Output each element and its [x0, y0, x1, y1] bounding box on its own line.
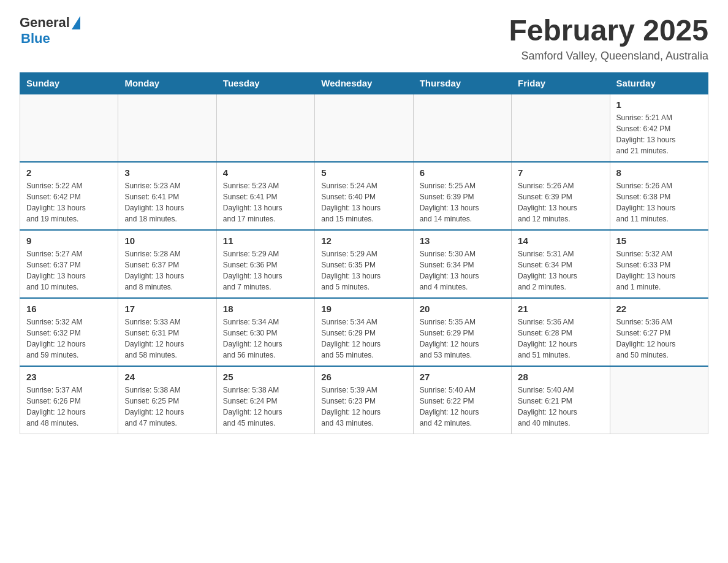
day-number: 28	[518, 372, 603, 382]
table-cell: 8Sunrise: 5:26 AM Sunset: 6:38 PM Daylig…	[610, 162, 708, 230]
day-number: 2	[26, 167, 112, 178]
day-info: Sunrise: 5:30 AM Sunset: 6:34 PM Dayligh…	[420, 248, 505, 293]
day-info: Sunrise: 5:29 AM Sunset: 6:36 PM Dayligh…	[223, 248, 308, 293]
day-number: 4	[223, 167, 308, 178]
day-number: 17	[124, 304, 210, 314]
page-header: General Blue February 2025 Samford Valle…	[20, 15, 708, 63]
table-cell	[315, 94, 413, 162]
day-info: Sunrise: 5:40 AM Sunset: 6:21 PM Dayligh…	[518, 385, 603, 429]
table-cell: 5Sunrise: 5:24 AM Sunset: 6:40 PM Daylig…	[315, 162, 413, 230]
day-info: Sunrise: 5:37 AM Sunset: 6:26 PM Dayligh…	[26, 385, 112, 429]
logo: General Blue	[20, 15, 80, 47]
table-cell: 18Sunrise: 5:34 AM Sunset: 6:30 PM Dayli…	[216, 298, 314, 366]
day-info: Sunrise: 5:40 AM Sunset: 6:22 PM Dayligh…	[420, 385, 505, 429]
day-info: Sunrise: 5:22 AM Sunset: 6:42 PM Dayligh…	[26, 180, 112, 224]
table-cell: 16Sunrise: 5:32 AM Sunset: 6:32 PM Dayli…	[20, 298, 118, 366]
table-cell: 27Sunrise: 5:40 AM Sunset: 6:22 PM Dayli…	[413, 366, 511, 434]
col-sunday: Sunday	[20, 72, 118, 94]
day-info: Sunrise: 5:34 AM Sunset: 6:29 PM Dayligh…	[321, 316, 406, 361]
day-number: 25	[223, 372, 308, 382]
table-cell: 2Sunrise: 5:22 AM Sunset: 6:42 PM Daylig…	[20, 162, 118, 230]
table-cell: 26Sunrise: 5:39 AM Sunset: 6:23 PM Dayli…	[315, 366, 413, 434]
table-cell: 10Sunrise: 5:28 AM Sunset: 6:37 PM Dayli…	[118, 230, 216, 298]
day-number: 23	[26, 372, 112, 382]
table-cell	[610, 366, 708, 434]
day-info: Sunrise: 5:33 AM Sunset: 6:31 PM Dayligh…	[124, 316, 210, 361]
table-cell: 6Sunrise: 5:25 AM Sunset: 6:39 PM Daylig…	[413, 162, 511, 230]
table-cell: 17Sunrise: 5:33 AM Sunset: 6:31 PM Dayli…	[118, 298, 216, 366]
table-cell	[216, 94, 314, 162]
day-number: 24	[124, 372, 210, 382]
day-number: 6	[420, 167, 505, 178]
day-number: 15	[616, 236, 702, 246]
table-cell: 20Sunrise: 5:35 AM Sunset: 6:29 PM Dayli…	[413, 298, 511, 366]
day-number: 13	[420, 236, 505, 246]
table-cell	[20, 94, 118, 162]
week-row: 1Sunrise: 5:21 AM Sunset: 6:42 PM Daylig…	[20, 94, 708, 162]
table-cell: 23Sunrise: 5:37 AM Sunset: 6:26 PM Dayli…	[20, 366, 118, 434]
day-info: Sunrise: 5:38 AM Sunset: 6:25 PM Dayligh…	[124, 385, 210, 429]
day-number: 16	[26, 304, 112, 314]
day-info: Sunrise: 5:32 AM Sunset: 6:33 PM Dayligh…	[616, 248, 702, 293]
table-cell: 25Sunrise: 5:38 AM Sunset: 6:24 PM Dayli…	[216, 366, 314, 434]
day-number: 18	[223, 304, 308, 314]
day-info: Sunrise: 5:28 AM Sunset: 6:37 PM Dayligh…	[124, 248, 210, 293]
table-cell: 22Sunrise: 5:36 AM Sunset: 6:27 PM Dayli…	[610, 298, 708, 366]
col-monday: Monday	[118, 72, 216, 94]
day-info: Sunrise: 5:36 AM Sunset: 6:27 PM Dayligh…	[616, 316, 702, 361]
table-cell: 15Sunrise: 5:32 AM Sunset: 6:33 PM Dayli…	[610, 230, 708, 298]
day-info: Sunrise: 5:29 AM Sunset: 6:35 PM Dayligh…	[321, 248, 406, 293]
table-cell: 13Sunrise: 5:30 AM Sunset: 6:34 PM Dayli…	[413, 230, 511, 298]
table-cell	[512, 94, 610, 162]
calendar-body: 1Sunrise: 5:21 AM Sunset: 6:42 PM Daylig…	[20, 94, 708, 434]
day-info: Sunrise: 5:25 AM Sunset: 6:39 PM Dayligh…	[420, 180, 505, 224]
col-tuesday: Tuesday	[216, 72, 314, 94]
table-cell	[413, 94, 511, 162]
day-number: 21	[518, 304, 603, 314]
day-info: Sunrise: 5:26 AM Sunset: 6:38 PM Dayligh…	[616, 180, 702, 224]
location-subtitle: Samford Valley, Queensland, Australia	[509, 50, 708, 63]
day-number: 14	[518, 236, 603, 246]
week-row: 16Sunrise: 5:32 AM Sunset: 6:32 PM Dayli…	[20, 298, 708, 366]
day-number: 5	[321, 167, 406, 178]
table-cell: 14Sunrise: 5:31 AM Sunset: 6:34 PM Dayli…	[512, 230, 610, 298]
table-cell	[118, 94, 216, 162]
col-wednesday: Wednesday	[315, 72, 413, 94]
day-number: 3	[124, 167, 210, 178]
logo-triangle-icon	[72, 16, 80, 29]
day-info: Sunrise: 5:38 AM Sunset: 6:24 PM Dayligh…	[223, 385, 308, 429]
week-row: 23Sunrise: 5:37 AM Sunset: 6:26 PM Dayli…	[20, 366, 708, 434]
header-row: Sunday Monday Tuesday Wednesday Thursday…	[20, 72, 708, 94]
day-number: 19	[321, 304, 406, 314]
table-cell: 21Sunrise: 5:36 AM Sunset: 6:28 PM Dayli…	[512, 298, 610, 366]
day-info: Sunrise: 5:39 AM Sunset: 6:23 PM Dayligh…	[321, 385, 406, 429]
day-number: 9	[26, 236, 112, 246]
day-number: 10	[124, 236, 210, 246]
day-number: 22	[616, 304, 702, 314]
logo-blue-text: Blue	[21, 31, 50, 47]
week-row: 2Sunrise: 5:22 AM Sunset: 6:42 PM Daylig…	[20, 162, 708, 230]
calendar-header: Sunday Monday Tuesday Wednesday Thursday…	[20, 72, 708, 94]
table-cell: 1Sunrise: 5:21 AM Sunset: 6:42 PM Daylig…	[610, 94, 708, 162]
day-info: Sunrise: 5:21 AM Sunset: 6:42 PM Dayligh…	[616, 112, 702, 156]
table-cell: 9Sunrise: 5:27 AM Sunset: 6:37 PM Daylig…	[20, 230, 118, 298]
table-cell: 24Sunrise: 5:38 AM Sunset: 6:25 PM Dayli…	[118, 366, 216, 434]
day-info: Sunrise: 5:26 AM Sunset: 6:39 PM Dayligh…	[518, 180, 603, 224]
table-cell: 4Sunrise: 5:23 AM Sunset: 6:41 PM Daylig…	[216, 162, 314, 230]
day-info: Sunrise: 5:23 AM Sunset: 6:41 PM Dayligh…	[223, 180, 308, 224]
day-info: Sunrise: 5:32 AM Sunset: 6:32 PM Dayligh…	[26, 316, 112, 361]
day-number: 27	[420, 372, 505, 382]
col-saturday: Saturday	[610, 72, 708, 94]
day-number: 11	[223, 236, 308, 246]
month-title: February 2025	[509, 15, 708, 47]
day-number: 8	[616, 167, 702, 178]
table-cell: 3Sunrise: 5:23 AM Sunset: 6:41 PM Daylig…	[118, 162, 216, 230]
table-cell: 12Sunrise: 5:29 AM Sunset: 6:35 PM Dayli…	[315, 230, 413, 298]
day-number: 20	[420, 304, 505, 314]
table-cell: 7Sunrise: 5:26 AM Sunset: 6:39 PM Daylig…	[512, 162, 610, 230]
table-cell: 28Sunrise: 5:40 AM Sunset: 6:21 PM Dayli…	[512, 366, 610, 434]
day-number: 1	[616, 99, 702, 110]
day-number: 12	[321, 236, 406, 246]
col-friday: Friday	[512, 72, 610, 94]
day-info: Sunrise: 5:35 AM Sunset: 6:29 PM Dayligh…	[420, 316, 505, 361]
